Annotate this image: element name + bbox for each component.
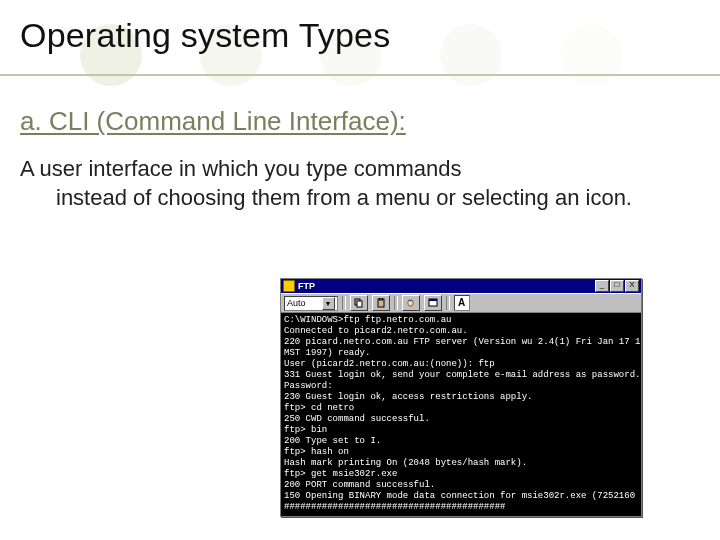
toolbar-separator xyxy=(446,296,450,310)
background-button[interactable] xyxy=(424,295,442,311)
close-button[interactable]: X xyxy=(625,280,639,292)
body-text-continuation: instead of choosing them from a menu or … xyxy=(20,183,660,212)
svg-rect-3 xyxy=(379,298,382,300)
maximize-button[interactable]: □ xyxy=(610,280,624,292)
ftp-app-icon xyxy=(283,280,295,292)
copy-button[interactable] xyxy=(350,295,368,311)
hand-icon xyxy=(406,298,416,308)
font-size-value: Auto xyxy=(287,298,306,308)
slide-title: Operating system Types xyxy=(20,16,390,55)
ftp-toolbar: Auto ▼ A xyxy=(281,293,641,313)
font-size-dropdown[interactable]: Auto ▼ xyxy=(284,296,338,311)
ftp-window: FTP _ □ X Auto ▼ A C:\WINDOWS>ftp ftp.ne… xyxy=(280,278,642,517)
properties-button[interactable] xyxy=(402,295,420,311)
paste-button[interactable] xyxy=(372,295,390,311)
title-underline xyxy=(0,74,720,76)
ftp-window-title: FTP xyxy=(298,281,315,291)
paste-icon xyxy=(376,298,386,308)
toolbar-separator xyxy=(394,296,398,310)
body-text-line-1: A user interface in which you type comma… xyxy=(20,156,461,181)
window-icon xyxy=(428,298,438,308)
font-button[interactable]: A xyxy=(454,295,470,311)
svg-rect-1 xyxy=(357,301,362,307)
svg-rect-5 xyxy=(429,299,437,301)
ftp-titlebar[interactable]: FTP _ □ X xyxy=(281,279,641,293)
copy-icon xyxy=(354,298,364,308)
slide-subheading: a. CLI (Command Line Interface): xyxy=(20,106,406,137)
slide-body-text: A user interface in which you type comma… xyxy=(20,154,660,212)
ftp-terminal-output[interactable]: C:\WINDOWS>ftp ftp.netro.com.au Connecte… xyxy=(281,313,641,516)
chevron-down-icon: ▼ xyxy=(322,297,335,310)
minimize-button[interactable]: _ xyxy=(595,280,609,292)
toolbar-separator xyxy=(342,296,346,310)
